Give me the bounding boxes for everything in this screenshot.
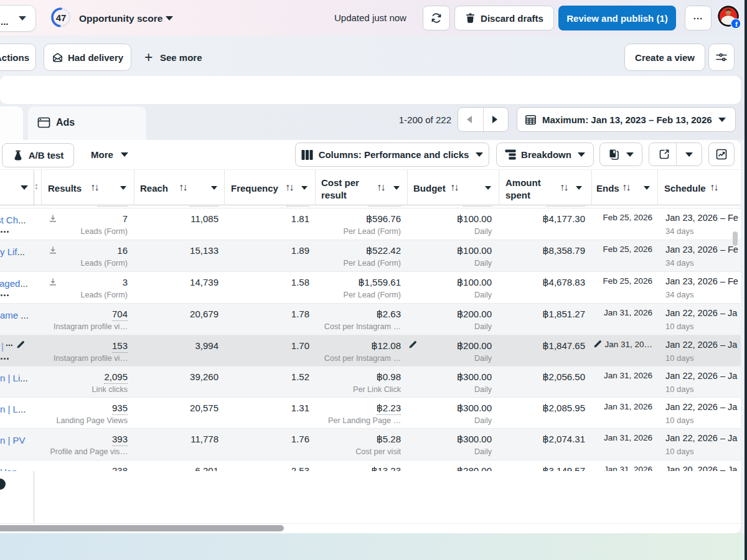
svg-text:f: f [735, 21, 738, 28]
